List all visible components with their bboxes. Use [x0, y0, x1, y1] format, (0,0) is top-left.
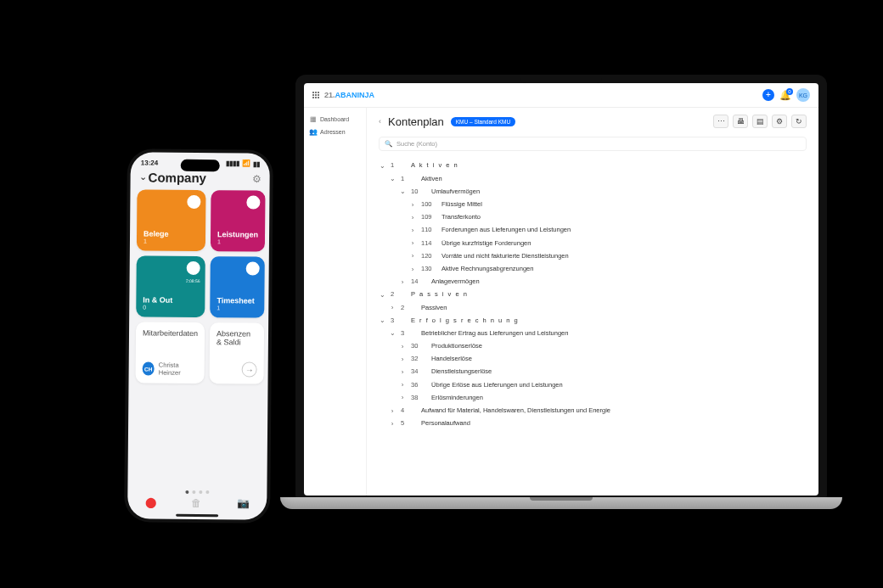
chevron-right-icon[interactable]: ›: [399, 276, 406, 288]
tree-row[interactable]: ›38Erlösminderungen: [379, 391, 807, 404]
trash-icon[interactable]: 🗑: [191, 497, 201, 509]
laptop-notch: [520, 75, 602, 83]
plan-chip[interactable]: KMU – Standard KMU: [451, 117, 515, 126]
account-label: A k t i v e n: [411, 160, 458, 171]
add-button[interactable]: +: [762, 89, 774, 101]
title-row: ‹ Kontenplan KMU – Standard KMU: [379, 115, 515, 128]
tree-row[interactable]: ⌄1A k t i v e n: [379, 160, 807, 172]
chevron-right-icon[interactable]: ›: [409, 224, 416, 237]
phone-dock: ⬤ 🗑 📷: [127, 491, 267, 516]
chevron-right-icon[interactable]: ›: [409, 263, 416, 276]
chevron-right-icon[interactable]: ›: [409, 249, 416, 262]
add-icon[interactable]: +: [246, 195, 260, 209]
tree-row[interactable]: ⌄2P a s s i v e n: [379, 288, 807, 301]
chevron-right-icon[interactable]: ›: [409, 199, 416, 211]
tree-row[interactable]: ›2Passiven: [379, 301, 807, 314]
status-right: ▮▮▮▮ 📶 ▮▮: [226, 160, 260, 167]
brand-prefix: 21.: [324, 91, 335, 99]
chevron-right-icon[interactable]: ›: [409, 211, 416, 224]
user-avatar[interactable]: KG: [796, 88, 810, 102]
add-icon[interactable]: +: [187, 195, 200, 209]
tree-row[interactable]: ›30Produktionserlöse: [379, 340, 807, 353]
chevron-right-icon[interactable]: ›: [399, 340, 406, 353]
tile-label: Mitarbeiterdaten: [143, 328, 198, 338]
tile-absenzen[interactable]: Absenzen & Saldi →: [210, 322, 265, 384]
tree-row[interactable]: ⌄1Aktiven: [379, 172, 807, 185]
app-grid-icon[interactable]: [312, 92, 319, 98]
chevron-right-icon[interactable]: ›: [399, 391, 406, 404]
refresh-button[interactable]: ↻: [791, 115, 807, 128]
tree-row[interactable]: ›32Handelserlöse: [379, 353, 807, 366]
table-view-button[interactable]: ▤: [752, 115, 768, 128]
search-icon: 🔍: [385, 140, 392, 148]
tile-leistungen[interactable]: + Leistungen 1: [211, 190, 266, 252]
tree-row[interactable]: ›5Personalaufwand: [379, 417, 807, 430]
search-input[interactable]: 🔍 Suche (Konto): [379, 137, 807, 151]
account-number: 110: [421, 224, 436, 236]
sidebar-item-dashboard[interactable]: ▦ Dashboard: [307, 113, 363, 126]
home-indicator[interactable]: [176, 514, 218, 517]
tree-row[interactable]: ›36Übrige Erlöse aus Lieferungen und Lei…: [379, 378, 807, 391]
account-label: Umlaufvermögen: [431, 186, 480, 198]
tree-row[interactable]: ⌄3Betrieblicher Ertrag aus Lieferungen u…: [379, 327, 807, 339]
chevron-right-icon[interactable]: ›: [399, 378, 406, 391]
account-label: Handelserlöse: [431, 353, 472, 365]
phone-device: 13:24 ▮▮▮▮ 📶 ▮▮ ⌄ Company ⚙ + Belege: [124, 148, 273, 523]
sidebar-item-label: Dashboard: [320, 116, 349, 122]
chevron-right-icon[interactable]: ›: [409, 237, 416, 249]
employee-row: CH Christa Heinzer: [143, 361, 198, 377]
chevron-down-icon[interactable]: ⌄: [389, 327, 396, 339]
tile-in-out[interactable]: ◉ 2:08:56 In & Out 0: [136, 255, 205, 317]
more-button[interactable]: ⋯: [713, 115, 728, 128]
camera-icon[interactable]: 📷: [237, 497, 250, 509]
notifications-button[interactable]: 🔔 0: [779, 90, 791, 101]
chevron-down-icon[interactable]: ⌄: [399, 185, 406, 198]
tile-timesheet[interactable]: ▶ Timesheet 1: [210, 256, 265, 318]
phone-screen: 13:24 ▮▮▮▮ 📶 ▮▮ ⌄ Company ⚙ + Belege: [127, 152, 270, 519]
tile-mitarbeiterdaten[interactable]: Mitarbeiterdaten CH Christa Heinzer: [136, 322, 205, 384]
account-number: 114: [421, 238, 436, 249]
account-label: Passiven: [421, 302, 447, 314]
tree-row[interactable]: ›120Vorräte und nicht fakturierte Dienst…: [379, 249, 807, 262]
account-label: P a s s i v e n: [411, 288, 468, 300]
chevron-right-icon[interactable]: ›: [399, 353, 406, 366]
account-number: 34: [411, 366, 426, 378]
chevron-down-icon[interactable]: ⌄: [389, 172, 396, 185]
tree-row[interactable]: ›109Transferkonto: [379, 211, 807, 224]
page-title: Kontenplan: [388, 115, 444, 128]
account-number: 109: [421, 211, 436, 223]
back-button[interactable]: ‹: [379, 117, 381, 126]
chevron-right-icon[interactable]: ›: [389, 417, 396, 430]
tree-row[interactable]: ›34Dienstleistungserlöse: [379, 366, 807, 378]
chevron-down-icon[interactable]: ⌄: [379, 314, 385, 327]
tree-row[interactable]: ⌄3E r f o l g s r e c h n u n g: [379, 314, 807, 327]
phone-frame: 13:24 ▮▮▮▮ 📶 ▮▮ ⌄ Company ⚙ + Belege: [124, 148, 273, 523]
tile-grid: + Belege 1 + Leistungen 1 ◉ 2:08:56 In &…: [129, 189, 270, 384]
chevron-right-icon[interactable]: ›: [389, 301, 396, 314]
play-icon[interactable]: ▶: [246, 261, 260, 275]
brand-name: ABANINJA: [335, 91, 375, 99]
account-label: E r f o l g s r e c h n u n g: [411, 315, 519, 327]
print-button[interactable]: 🖶: [733, 115, 748, 128]
tree-row[interactable]: ›100Flüssige Mittel: [379, 199, 807, 211]
chevron-down-icon[interactable]: ⌄: [379, 288, 385, 301]
tree-row[interactable]: ›130Aktive Rechnungsabgrenzungen: [379, 263, 807, 276]
chevron-down-icon[interactable]: ⌄: [379, 160, 385, 172]
tree-row[interactable]: ⌄10Umlaufvermögen: [379, 185, 807, 198]
tree-row[interactable]: ›14Anlagevermögen: [379, 276, 807, 288]
account-number: 3: [401, 328, 416, 339]
sidebar-item-adressen[interactable]: 👥 Adressen: [307, 126, 363, 138]
tile-belege[interactable]: + Belege 1: [137, 189, 206, 251]
record-icon[interactable]: ◉: [187, 261, 200, 275]
settings-button[interactable]: ⚙: [772, 115, 787, 128]
alert-icon[interactable]: ⬤: [145, 496, 156, 508]
settings-icon[interactable]: ⚙: [252, 172, 262, 184]
account-tree: ⌄1A k t i v e n⌄1Aktiven⌄10Umlaufvermöge…: [379, 160, 807, 430]
tree-row[interactable]: ›110Forderungen aus Lieferungen und Leis…: [379, 224, 807, 237]
phone-title-row[interactable]: ⌄ Company: [139, 170, 206, 185]
tree-row[interactable]: ›114Übrige kurzfristige Forderungen: [379, 237, 807, 249]
chevron-right-icon[interactable]: ›: [399, 366, 406, 378]
tree-row[interactable]: ›4Aufwand für Material, Handelswaren, Di…: [379, 405, 807, 417]
arrow-right-icon[interactable]: →: [242, 361, 257, 377]
chevron-right-icon[interactable]: ›: [389, 405, 396, 417]
